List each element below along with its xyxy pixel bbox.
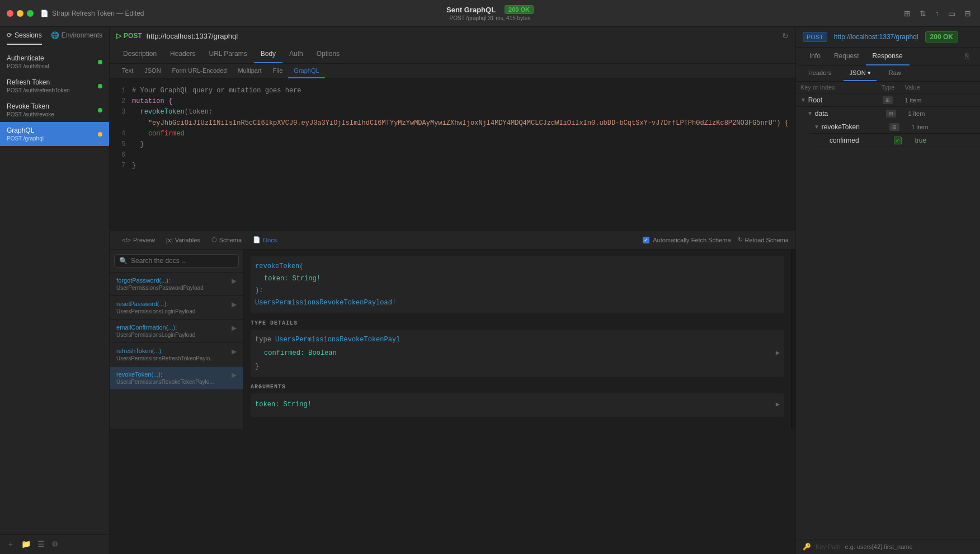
tab-auth[interactable]: Auth [282,45,310,63]
docs-item-email-confirmation[interactable]: ▶ emailConfirmation(...): UsersPermissio… [110,320,243,343]
minimize-button[interactable] [17,10,23,17]
col-type-header: Type [871,84,904,91]
r-tab-response[interactable]: Response [866,48,910,65]
docs-item-forgot-password[interactable]: ▶ forgotPassword(...): UserPermissionsPa… [110,273,243,296]
rc-tab-headers[interactable]: Headers [803,66,837,81]
sidebar-tabs: ⟳ Sessions 🌐 Environments [0,27,109,45]
right-sub-tabs: Info Request Response ⎘ [796,48,980,66]
arrow-icon: ▶ [232,324,237,332]
main-layout: ⟳ Sessions 🌐 Environments Authenticate P… [0,27,980,554]
key-path-icon: 🔑 [803,543,811,551]
r-tab-info[interactable]: Info [803,48,827,65]
key-path-bar: 🔑 Key Path [796,539,980,554]
docs-area: 🔍 ▶ forgotPassword(...): UserPermissions… [110,250,795,429]
docs-search-input[interactable] [131,257,234,265]
method-badge: ▷ POST [116,32,142,40]
share-icon[interactable]: ⇅ [920,9,926,18]
code-line-3b: "eyJhbGciOiJIUzI1NiIsInR5cCI6IkpXVCJ9.ey… [116,118,789,129]
add-icon[interactable]: ＋ [7,539,15,550]
docs-sidebar: 🔍 ▶ forgotPassword(...): UserPermissions… [110,250,244,429]
code-editor[interactable]: 1 # Your GraphQL query or mutation goes … [110,79,795,230]
docs-item-reset-password[interactable]: ▶ resetPassword(...): UsersPermissionsLo… [110,296,243,320]
settings-icon[interactable]: ⚙ [51,539,59,550]
request-tabs: Description Headers URL Params Body Auth… [110,45,795,64]
layout-icon[interactable]: ⊞ [904,9,911,18]
docs-item-revoke-token[interactable]: ▶ revokeToken(...): UsersPermissionsRevo… [110,367,243,390]
data-type-icon: ⊞ [886,110,896,118]
rc-tab-raw[interactable]: Raw [883,66,907,81]
confirmed-arrow[interactable]: ▶ [776,348,780,360]
docs-item-refresh-token[interactable]: ▶ refreshToken(...): UsersPermissionsRef… [110,343,243,367]
status-dot-graphql [98,132,102,137]
preview-icon: </> [122,237,131,243]
bottom-tab-preview[interactable]: </> Preview [116,234,161,246]
docs-arguments: token: String! ▶ [251,393,784,417]
token-arrow[interactable]: ▶ [776,399,780,411]
sidebar-tab-sessions[interactable]: ⟳ Sessions [7,31,42,45]
status-dot-authenticate [98,60,102,64]
window-title-text: Strapi Refresh Token — Edited [52,10,144,17]
confirmed-type-icon: ✓ [894,137,902,144]
body-tab-text[interactable]: Text [116,64,139,78]
bottom-panel: </> Preview [x] Variables ⬡ Schema 📄 Doc… [110,230,795,429]
method-label: POST [124,32,142,40]
token-arg: token: String! [255,399,312,411]
tree-row-revoke-token[interactable]: ▼ revokeToken ⊞ 1 item [809,120,980,134]
tab-url-params[interactable]: URL Params [202,45,253,63]
sidebar-item-refresh-token[interactable]: Refresh Token POST /auth/refreshToken [0,74,109,98]
tab-headers[interactable]: Headers [163,45,202,63]
window-title: 📄 Strapi Refresh Token — Edited [40,10,144,17]
body-tab-form-url[interactable]: Form URL-Encoded [167,64,233,78]
revoke-token-name: revokeToken( [255,262,303,270]
docs-scrollbar[interactable] [791,250,795,429]
cloud-icon[interactable]: ↑ [935,9,939,18]
data-expand[interactable]: ▼ [807,110,813,116]
sessions-icon: ⟳ [7,31,12,39]
grid-icon[interactable]: ⊟ [964,9,971,18]
tree-row-data[interactable]: ▼ data ⊞ 1 item [803,107,980,120]
schema-icon: ⬡ [211,236,217,243]
r-tab-request[interactable]: Request [827,48,866,65]
variables-icon: [x] [166,237,173,243]
arrow-icon: ▶ [232,301,237,308]
bottom-tab-schema[interactable]: ⬡ Schema [206,234,247,246]
maximize-button[interactable] [27,10,34,17]
tab-options[interactable]: Options [310,45,346,63]
tree-row-confirmed[interactable]: confirmed ✓ true [816,134,980,147]
sidebar-item-revoke-token[interactable]: Revoke Token POST /auth/revoke [0,98,109,122]
body-tab-graphql[interactable]: GraphQL [288,64,324,78]
key-path-input[interactable] [845,543,973,550]
body-tab-json[interactable]: JSON [139,64,166,78]
tab-body[interactable]: Body [254,45,282,63]
list-icon[interactable]: ☰ [37,539,45,550]
folder-icon[interactable]: 📁 [21,539,31,550]
copy-icon[interactable]: ⎘ [960,48,973,65]
body-tab-file[interactable]: File [267,64,289,78]
status-dot-revoke-token [98,108,102,112]
root-expand[interactable]: ▼ [800,97,806,103]
panel-icon[interactable]: ▭ [948,9,955,18]
tree-header: Key or Index Type Value [796,82,980,93]
sidebar-item-authenticate[interactable]: Authenticate POST /auth/local [0,50,109,74]
auto-fetch-checkbox[interactable]: ✓ [643,237,649,243]
data-key-label: data [815,110,828,118]
revoke-token-expand[interactable]: ▼ [814,124,819,130]
bottom-tab-docs[interactable]: 📄 Docs [247,234,282,246]
bottom-tab-variables[interactable]: [x] Variables [161,234,206,246]
json-tree-container: Key or Index Type Value ▼ Root ⊞ 1 item … [796,82,980,539]
rc-tab-json[interactable]: JSON ▾ [844,66,876,81]
url-input[interactable] [147,32,778,40]
sidebar-item-graphql[interactable]: GraphQL POST /graphql [0,122,109,146]
body-tab-multipart[interactable]: Multipart [232,64,267,78]
reload-schema[interactable]: ↻ Reload Schema [738,236,789,243]
close-button[interactable] [7,10,13,17]
tab-description[interactable]: Description [116,45,163,63]
refresh-icon[interactable]: ↻ [782,31,789,40]
status-dot-refresh-token [98,84,102,88]
resp-col-tabs: Headers JSON ▾ Raw [796,66,980,82]
tree-row-root[interactable]: ▼ Root ⊞ 1 item [796,93,980,107]
arrow-icon: ▶ [232,348,237,355]
sidebar-tab-environments[interactable]: 🌐 Environments [51,31,102,45]
search-input-wrap: 🔍 [114,254,239,267]
code-line-1: 1 # Your GraphQL query or mutation goes … [116,86,789,96]
